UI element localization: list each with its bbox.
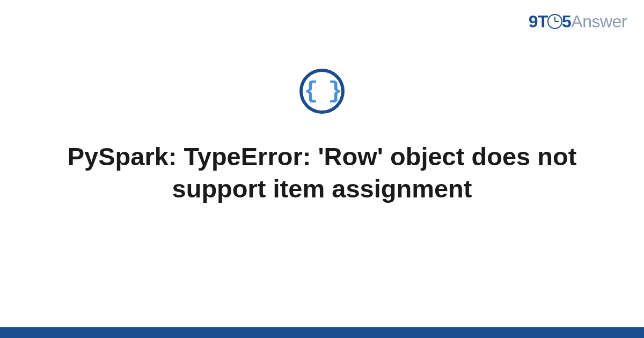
code-braces-icon: { }	[299, 69, 345, 114]
logo-answer: Answer	[571, 12, 627, 31]
braces-symbol: { }	[304, 79, 340, 103]
logo-five: 5	[562, 12, 571, 31]
logo-t: T	[538, 12, 548, 31]
site-logo: 9T5Answer	[529, 12, 627, 32]
clock-icon	[547, 14, 562, 29]
footer-accent-bar	[0, 327, 644, 338]
page-title: PySpark: TypeError: 'Row' object does no…	[0, 141, 644, 205]
logo-nine: 9	[529, 12, 538, 31]
